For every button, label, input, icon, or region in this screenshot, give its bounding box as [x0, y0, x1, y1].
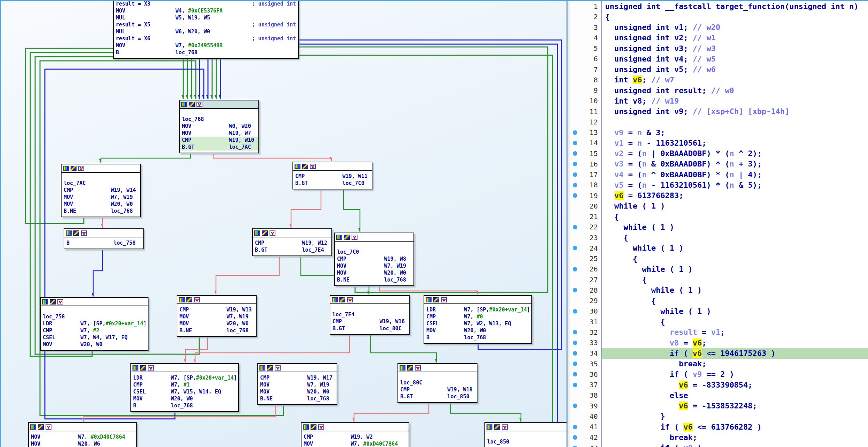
palette-icon[interactable]	[426, 297, 432, 302]
block-label-line[interactable]: loc_850	[487, 438, 565, 445]
breakpoint-dot[interactable]	[573, 246, 577, 250]
insn-line[interactable]: MOVW0, W20	[182, 123, 256, 130]
code-line[interactable]	[602, 117, 868, 127]
breakpoint-dot[interactable]	[573, 267, 577, 271]
edit-icon[interactable]	[494, 424, 500, 430]
breakpoint-dot[interactable]	[573, 151, 577, 156]
basic-block-loc_7AC[interactable]: loc_7ACCMPW19, W14MOVW7, W19MOVW20, W0B.…	[61, 164, 141, 217]
breakpoint-slot[interactable]	[570, 141, 579, 145]
group-node-icon[interactable]	[415, 365, 421, 371]
insn-line[interactable]: Bloc_758	[66, 239, 141, 246]
breakpoint-slot[interactable]	[570, 288, 579, 292]
palette-icon[interactable]	[42, 299, 48, 304]
basic-block-loc_7C0[interactable]: loc_7C0CMPW19, W8MOVW7, W19MOVW20, W0B.N…	[334, 233, 414, 286]
group-node-icon[interactable]	[310, 164, 316, 169]
basic-block-loc_758[interactable]: loc_758LDRW7, [SP,#0x20+var_14]CMPW7, #2…	[40, 297, 148, 351]
insn-line[interactable]: B.NEloc_768	[337, 276, 411, 283]
code-line[interactable]: unsigned int v1; // w20	[602, 22, 868, 33]
code-line[interactable]: {	[602, 317, 868, 327]
basic-block-loc_768[interactable]: loc_768MOVW0, W20MOVW19, W7CMPW19, W10B.…	[179, 100, 259, 153]
basic-block-loc_80C[interactable]: loc_80CCMPW19, W18B.GTloc_850	[397, 363, 477, 403]
insn-line[interactable]: B.GTloc_850	[400, 393, 475, 400]
breakpoint-slot[interactable]	[570, 183, 579, 187]
palette-icon[interactable]	[181, 102, 187, 107]
insn-line[interactable]: MOVW7, #0xD40C7864	[31, 433, 134, 440]
edit-icon[interactable]	[267, 365, 273, 371]
breakpoint-dot[interactable]	[573, 446, 577, 447]
block-label-line[interactable]: loc_7E4	[332, 311, 407, 318]
breakpoint-slot[interactable]	[570, 404, 579, 408]
breakpoint-slot[interactable]	[570, 151, 579, 156]
insn-line[interactable]: MOVW7, W19	[179, 313, 254, 320]
palette-icon[interactable]	[63, 166, 69, 171]
code-line[interactable]: {	[602, 295, 868, 306]
breakpoint-slot[interactable]	[570, 193, 579, 198]
insn-line[interactable]: MOVW20, W0	[43, 341, 146, 348]
breakpoint-dot[interactable]	[573, 435, 577, 440]
insn-line[interactable]: MOVW20, W0	[64, 201, 138, 208]
breakpoint-slot[interactable]	[570, 246, 579, 250]
palette-icon[interactable]	[30, 424, 36, 430]
breakpoint-slot[interactable]	[570, 130, 579, 135]
insn-line[interactable]: CMPW19, W14	[64, 187, 138, 194]
group-node-icon[interactable]	[318, 424, 324, 430]
edit-icon[interactable]	[407, 365, 413, 371]
basic-block-b_758[interactable]: Bloc_758	[64, 228, 144, 249]
code-line[interactable]: while ( 1 )	[602, 201, 868, 211]
insn-line[interactable]: MOVW7, W19	[64, 194, 138, 201]
code-line[interactable]: int v6; // w7	[602, 75, 868, 85]
palette-icon[interactable]	[336, 235, 342, 240]
insn-line[interactable]: CSELW7, W4, W17, EQ	[43, 334, 146, 341]
insn-line[interactable]: MULW6, W20, W0	[116, 28, 296, 35]
code-line[interactable]: v1 = n - 1163210561;	[602, 138, 868, 148]
group-node-icon[interactable]	[46, 424, 51, 430]
breakpoint-dot[interactable]	[573, 404, 577, 408]
breakpoint-slot[interactable]	[570, 341, 579, 345]
palette-icon[interactable]	[66, 230, 72, 236]
insn-line[interactable]: LDRW7, [SP,#0x20+var_14]	[43, 320, 146, 327]
code-line[interactable]: v5 = (n - 1163210561) * (n & 5);	[602, 180, 868, 190]
palette-icon[interactable]	[303, 424, 309, 430]
insn-line[interactable]: LDRW7, [SP,#0x20+var_14]	[426, 306, 529, 313]
insn-line[interactable]: B.GTloc_7E4	[255, 246, 329, 253]
insn-line[interactable]: CMPW19, W2	[304, 433, 407, 440]
code-line[interactable]: unsigned int __fastcall target_function(…	[602, 1, 868, 11]
group-node-icon[interactable]	[502, 424, 508, 430]
breakpoint-dot[interactable]	[573, 183, 577, 187]
insn-line[interactable]: MOVW20, W0	[133, 395, 236, 402]
pane-splitter[interactable]	[568, 1, 570, 447]
palette-icon[interactable]	[259, 365, 265, 371]
block-label-line[interactable]: loc_758	[43, 313, 146, 320]
basic-block-cmp_w17[interactable]: CMPW19, W17MOVW7, W19MOVW20, W0B.NEloc_7…	[257, 363, 337, 405]
group-node-icon[interactable]	[78, 166, 84, 171]
group-node-icon[interactable]	[196, 102, 202, 107]
breakpoint-slot[interactable]	[570, 267, 579, 271]
insn-line[interactable]: MOVW20, W0	[426, 327, 529, 334]
basic-block-cmp_w13[interactable]: CMPW19, W13MOVW7, W19MOVW20, W0B.NEloc_7…	[177, 295, 257, 337]
insn-line[interactable]: MOVW4, #0xCE5376FA	[116, 7, 296, 14]
code-line[interactable]: while ( 1 )	[602, 306, 868, 316]
palette-icon[interactable]	[487, 424, 492, 430]
insn-line[interactable]: MOVW7, #0x2495548B	[116, 42, 296, 49]
insn-line[interactable]: CSELW7, W15, W14, EQ	[133, 388, 236, 395]
insn-line[interactable]: MOVW7, W19	[337, 262, 411, 269]
group-node-icon[interactable]	[347, 297, 353, 302]
basic-block-bot_mid[interactable]: CMPW19, W2MOVW7, #0xD40C7864	[301, 422, 409, 447]
code-line[interactable]: if ( v6 <= 613766282 )	[602, 422, 868, 432]
breakpoint-dot[interactable]	[573, 383, 577, 387]
insn-line[interactable]: Bloc_768	[133, 402, 236, 409]
insn-line[interactable]: MOVW20, W0	[260, 388, 335, 395]
palette-icon[interactable]	[295, 164, 300, 169]
code-line[interactable]: while ( 1 )	[602, 243, 868, 253]
insn-line[interactable]: B.GTloc_7AC	[180, 144, 258, 151]
code-line[interactable]: unsigned int v3; // w3	[602, 43, 868, 54]
code-line[interactable]: while ( 1 )	[602, 285, 868, 295]
code-line[interactable]: unsigned int v2; // w1	[602, 33, 868, 43]
group-node-icon[interactable]	[57, 299, 63, 304]
breakpoint-slot[interactable]	[570, 162, 579, 166]
breakpoint-dot[interactable]	[573, 193, 577, 198]
group-node-icon[interactable]	[441, 297, 447, 302]
breakpoint-dot[interactable]	[573, 425, 577, 429]
insn-line[interactable]: MOVW20, W6	[31, 440, 134, 447]
code-line[interactable]: break;	[602, 359, 868, 369]
